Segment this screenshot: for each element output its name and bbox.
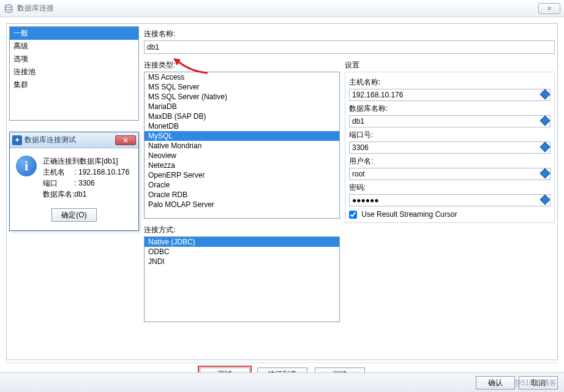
test-dialog-ok-button[interactable]: 确定(O): [51, 208, 97, 222]
conn-type-option[interactable]: MS SQL Server (Native): [145, 92, 339, 102]
svg-point-0: [6, 4, 12, 7]
conn-type-option[interactable]: Netezza: [145, 160, 339, 170]
conn-type-option[interactable]: OpenERP Server: [145, 170, 339, 180]
cursor-checkbox[interactable]: [349, 211, 357, 219]
cursor-checkbox-text: Use Result Streaming Cursor: [361, 210, 457, 219]
conn-type-option[interactable]: MySQL: [145, 131, 339, 141]
test-line-4: 数据库名:db1: [43, 189, 129, 200]
conn-type-option[interactable]: Oracle: [145, 180, 339, 190]
cursor-checkbox-label[interactable]: Use Result Streaming Cursor: [349, 210, 457, 219]
conn-type-label: 连接类型:: [144, 58, 340, 72]
port-input[interactable]: [349, 141, 551, 154]
conn-type-option[interactable]: MonetDB: [145, 121, 339, 131]
test-dialog-title: 数据库连接测试: [24, 135, 76, 145]
conn-type-option[interactable]: Native Mondrian: [145, 141, 339, 151]
conn-type-option[interactable]: Palo MOLAP Server: [145, 200, 339, 209]
settings-title: 设置: [345, 58, 555, 72]
conn-method-listbox[interactable]: Native (JDBC)ODBCJNDI: [144, 236, 340, 322]
nav-item-3[interactable]: 连接池: [10, 66, 138, 78]
conn-method-label: 连接方式:: [144, 222, 340, 236]
test-dialog-close-button[interactable]: [115, 135, 136, 145]
test-line-3: 端口 : 3306: [43, 178, 129, 189]
test-line-1: 正确连接到数据库[db1]: [43, 156, 129, 167]
test-line-2: 主机名 : 192.168.10.176: [43, 167, 129, 178]
test-dialog-titlebar: ✦ 数据库连接测试: [10, 132, 138, 148]
ok-button[interactable]: 确认: [476, 376, 515, 390]
conn-name-input[interactable]: [144, 40, 555, 54]
conn-type-option[interactable]: Oracle RDB: [145, 190, 339, 200]
settings-panel: 主机名称: 数据库名称:: [345, 72, 555, 223]
port-label: 端口号:: [349, 129, 551, 141]
dbname-input[interactable]: [349, 115, 551, 127]
conn-type-option[interactable]: MaxDB (SAP DB): [145, 111, 339, 121]
conn-type-option[interactable]: MS Access: [145, 72, 339, 82]
nav-item-4[interactable]: 集群: [10, 78, 138, 91]
connection-test-dialog: ✦ 数据库连接测试 i 正确连接到数据库[db1] 主机名 : 192.168.…: [9, 132, 139, 231]
test-result-text: 正确连接到数据库[db1] 主机名 : 192.168.10.176 端口 : …: [43, 156, 129, 200]
conn-type-option[interactable]: MS SQL Server: [145, 82, 339, 92]
pass-label: 密码:: [349, 181, 551, 194]
host-label: 主机名称:: [349, 76, 551, 89]
conn-type-listbox[interactable]: MS AccessMS SQL ServerMS SQL Server (Nat…: [144, 72, 340, 219]
database-icon: [4, 4, 13, 13]
conn-method-option[interactable]: JNDI: [145, 257, 339, 266]
nav-item-1[interactable]: 高级: [10, 40, 138, 53]
footer-bar: 确认 取消: [0, 372, 564, 392]
nav-item-2[interactable]: 选项: [10, 53, 138, 66]
cancel-button[interactable]: 取消: [519, 376, 558, 390]
window-title: 数据库连接: [17, 3, 54, 13]
user-input[interactable]: [349, 168, 551, 180]
window-titlebar: 数据库连接 ⤬: [0, 0, 564, 17]
conn-type-option[interactable]: Neoview: [145, 151, 339, 160]
window-close-button[interactable]: ⤬: [538, 3, 560, 14]
host-input[interactable]: [349, 89, 551, 101]
conn-name-label: 连接名称:: [144, 26, 555, 40]
info-icon: i: [16, 156, 37, 176]
dbname-label: 数据库名称:: [349, 102, 551, 115]
category-nav: 一般高级选项连接池集群: [9, 26, 139, 121]
content-frame: 一般高级选项连接池集群 ✦ 数据库连接测试 i 正确连接到数据库[db1] 主机…: [6, 23, 558, 360]
pass-input[interactable]: [349, 194, 551, 206]
user-label: 用户名:: [349, 155, 551, 168]
conn-method-option[interactable]: Native (JDBC): [145, 237, 339, 247]
conn-type-option[interactable]: MariaDB: [145, 102, 339, 111]
conn-method-option[interactable]: ODBC: [145, 247, 339, 257]
nav-item-0[interactable]: 一般: [10, 27, 138, 40]
tools-icon: ✦: [12, 135, 22, 145]
